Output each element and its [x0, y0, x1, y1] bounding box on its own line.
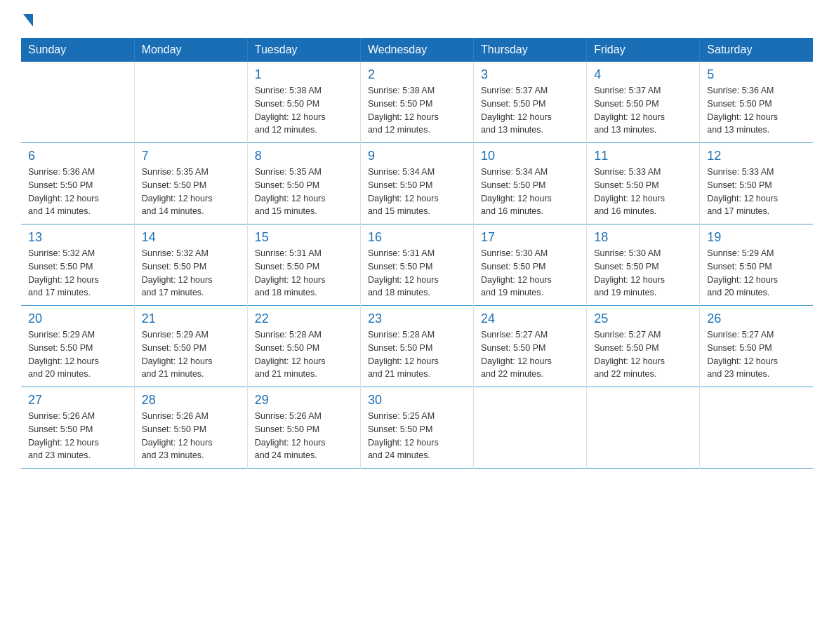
day-number: 20 — [28, 311, 127, 326]
day-number: 26 — [707, 311, 806, 326]
day-number: 15 — [255, 230, 353, 245]
day-number: 13 — [28, 230, 127, 245]
day-header-saturday: Saturday — [700, 38, 813, 62]
day-info: Sunrise: 5:26 AM Sunset: 5:50 PM Dayligh… — [142, 410, 240, 462]
day-info: Sunrise: 5:29 AM Sunset: 5:50 PM Dayligh… — [707, 247, 806, 300]
day-number: 22 — [255, 311, 353, 326]
calendar-cell — [21, 62, 134, 143]
calendar-cell — [587, 387, 700, 469]
days-of-week-row: SundayMondayTuesdayWednesdayThursdayFrid… — [21, 38, 813, 62]
day-info: Sunrise: 5:38 AM Sunset: 5:50 PM Dayligh… — [368, 84, 466, 137]
calendar-cell: 10Sunrise: 5:34 AM Sunset: 5:50 PM Dayli… — [474, 143, 587, 224]
day-info: Sunrise: 5:27 AM Sunset: 5:50 PM Dayligh… — [594, 328, 692, 381]
day-number: 7 — [142, 149, 240, 163]
day-number: 9 — [368, 149, 466, 163]
week-row-2: 6Sunrise: 5:36 AM Sunset: 5:50 PM Daylig… — [21, 143, 813, 224]
calendar-cell — [134, 62, 247, 143]
day-number: 12 — [707, 149, 806, 163]
day-info: Sunrise: 5:33 AM Sunset: 5:50 PM Dayligh… — [707, 166, 806, 218]
calendar-cell: 18Sunrise: 5:30 AM Sunset: 5:50 PM Dayli… — [587, 224, 700, 306]
calendar-cell: 11Sunrise: 5:33 AM Sunset: 5:50 PM Dayli… — [587, 143, 700, 224]
week-row-5: 27Sunrise: 5:26 AM Sunset: 5:50 PM Dayli… — [21, 387, 813, 469]
day-info: Sunrise: 5:27 AM Sunset: 5:50 PM Dayligh… — [707, 328, 806, 381]
calendar-cell: 9Sunrise: 5:34 AM Sunset: 5:50 PM Daylig… — [360, 143, 473, 224]
day-number: 19 — [707, 230, 806, 245]
day-number: 11 — [594, 149, 692, 163]
day-number: 24 — [481, 311, 579, 326]
day-number: 8 — [255, 149, 353, 163]
calendar-header: SundayMondayTuesdayWednesdayThursdayFrid… — [21, 38, 813, 62]
day-info: Sunrise: 5:35 AM Sunset: 5:50 PM Dayligh… — [142, 166, 240, 218]
day-info: Sunrise: 5:33 AM Sunset: 5:50 PM Dayligh… — [594, 166, 692, 218]
day-number: 16 — [368, 230, 466, 245]
day-number: 3 — [481, 67, 579, 82]
day-number: 17 — [481, 230, 579, 245]
day-info: Sunrise: 5:36 AM Sunset: 5:50 PM Dayligh… — [707, 84, 806, 137]
week-row-3: 13Sunrise: 5:32 AM Sunset: 5:50 PM Dayli… — [21, 224, 813, 306]
day-number: 29 — [255, 393, 353, 408]
day-info: Sunrise: 5:29 AM Sunset: 5:50 PM Dayligh… — [142, 328, 240, 381]
day-number: 28 — [142, 393, 240, 408]
page-header — [21, 14, 813, 31]
day-header-tuesday: Tuesday — [247, 38, 360, 62]
calendar-cell: 20Sunrise: 5:29 AM Sunset: 5:50 PM Dayli… — [21, 306, 134, 387]
logo-triangle-icon — [23, 14, 33, 27]
day-number: 14 — [142, 230, 240, 245]
day-info: Sunrise: 5:30 AM Sunset: 5:50 PM Dayligh… — [594, 247, 692, 300]
calendar-cell: 19Sunrise: 5:29 AM Sunset: 5:50 PM Dayli… — [700, 224, 813, 306]
day-info: Sunrise: 5:26 AM Sunset: 5:50 PM Dayligh… — [255, 410, 353, 462]
day-header-monday: Monday — [134, 38, 247, 62]
calendar-body: 1Sunrise: 5:38 AM Sunset: 5:50 PM Daylig… — [21, 62, 813, 469]
calendar-cell: 2Sunrise: 5:38 AM Sunset: 5:50 PM Daylig… — [360, 62, 473, 143]
day-number: 27 — [28, 393, 127, 408]
calendar-cell: 16Sunrise: 5:31 AM Sunset: 5:50 PM Dayli… — [360, 224, 473, 306]
calendar-cell: 17Sunrise: 5:30 AM Sunset: 5:50 PM Dayli… — [474, 224, 587, 306]
calendar-cell: 26Sunrise: 5:27 AM Sunset: 5:50 PM Dayli… — [700, 306, 813, 387]
calendar-cell: 6Sunrise: 5:36 AM Sunset: 5:50 PM Daylig… — [21, 143, 134, 224]
day-number: 21 — [142, 311, 240, 326]
calendar-cell: 3Sunrise: 5:37 AM Sunset: 5:50 PM Daylig… — [474, 62, 587, 143]
calendar-cell: 23Sunrise: 5:28 AM Sunset: 5:50 PM Dayli… — [360, 306, 473, 387]
day-info: Sunrise: 5:38 AM Sunset: 5:50 PM Dayligh… — [255, 84, 353, 137]
calendar-cell: 22Sunrise: 5:28 AM Sunset: 5:50 PM Dayli… — [247, 306, 360, 387]
calendar-cell: 12Sunrise: 5:33 AM Sunset: 5:50 PM Dayli… — [700, 143, 813, 224]
day-info: Sunrise: 5:36 AM Sunset: 5:50 PM Dayligh… — [28, 166, 127, 218]
day-number: 2 — [368, 67, 466, 82]
calendar-cell: 7Sunrise: 5:35 AM Sunset: 5:50 PM Daylig… — [134, 143, 247, 224]
day-header-wednesday: Wednesday — [360, 38, 473, 62]
day-info: Sunrise: 5:28 AM Sunset: 5:50 PM Dayligh… — [255, 328, 353, 381]
calendar-cell: 28Sunrise: 5:26 AM Sunset: 5:50 PM Dayli… — [134, 387, 247, 469]
day-info: Sunrise: 5:34 AM Sunset: 5:50 PM Dayligh… — [368, 166, 466, 218]
calendar-table: SundayMondayTuesdayWednesdayThursdayFrid… — [21, 38, 813, 469]
day-number: 23 — [368, 311, 466, 326]
calendar-cell: 29Sunrise: 5:26 AM Sunset: 5:50 PM Dayli… — [247, 387, 360, 469]
calendar-cell: 21Sunrise: 5:29 AM Sunset: 5:50 PM Dayli… — [134, 306, 247, 387]
calendar-cell: 5Sunrise: 5:36 AM Sunset: 5:50 PM Daylig… — [700, 62, 813, 143]
day-number: 18 — [594, 230, 692, 245]
day-number: 5 — [707, 67, 806, 82]
day-header-sunday: Sunday — [21, 38, 134, 62]
day-number: 4 — [594, 67, 692, 82]
day-info: Sunrise: 5:26 AM Sunset: 5:50 PM Dayligh… — [28, 410, 127, 462]
day-info: Sunrise: 5:28 AM Sunset: 5:50 PM Dayligh… — [368, 328, 466, 381]
calendar-cell: 30Sunrise: 5:25 AM Sunset: 5:50 PM Dayli… — [360, 387, 473, 469]
day-info: Sunrise: 5:25 AM Sunset: 5:50 PM Dayligh… — [368, 410, 466, 462]
calendar-cell — [474, 387, 587, 469]
day-number: 6 — [28, 149, 127, 163]
day-number: 25 — [594, 311, 692, 326]
day-number: 30 — [368, 393, 466, 408]
day-info: Sunrise: 5:32 AM Sunset: 5:50 PM Dayligh… — [142, 247, 240, 300]
day-header-thursday: Thursday — [474, 38, 587, 62]
day-info: Sunrise: 5:27 AM Sunset: 5:50 PM Dayligh… — [481, 328, 579, 381]
calendar-cell: 13Sunrise: 5:32 AM Sunset: 5:50 PM Dayli… — [21, 224, 134, 306]
day-info: Sunrise: 5:37 AM Sunset: 5:50 PM Dayligh… — [594, 84, 692, 137]
day-info: Sunrise: 5:30 AM Sunset: 5:50 PM Dayligh… — [481, 247, 579, 300]
day-info: Sunrise: 5:29 AM Sunset: 5:50 PM Dayligh… — [28, 328, 127, 381]
calendar-cell — [700, 387, 813, 469]
week-row-4: 20Sunrise: 5:29 AM Sunset: 5:50 PM Dayli… — [21, 306, 813, 387]
logo — [21, 14, 33, 31]
day-info: Sunrise: 5:35 AM Sunset: 5:50 PM Dayligh… — [255, 166, 353, 218]
week-row-1: 1Sunrise: 5:38 AM Sunset: 5:50 PM Daylig… — [21, 62, 813, 143]
day-number: 10 — [481, 149, 579, 163]
day-info: Sunrise: 5:31 AM Sunset: 5:50 PM Dayligh… — [368, 247, 466, 300]
